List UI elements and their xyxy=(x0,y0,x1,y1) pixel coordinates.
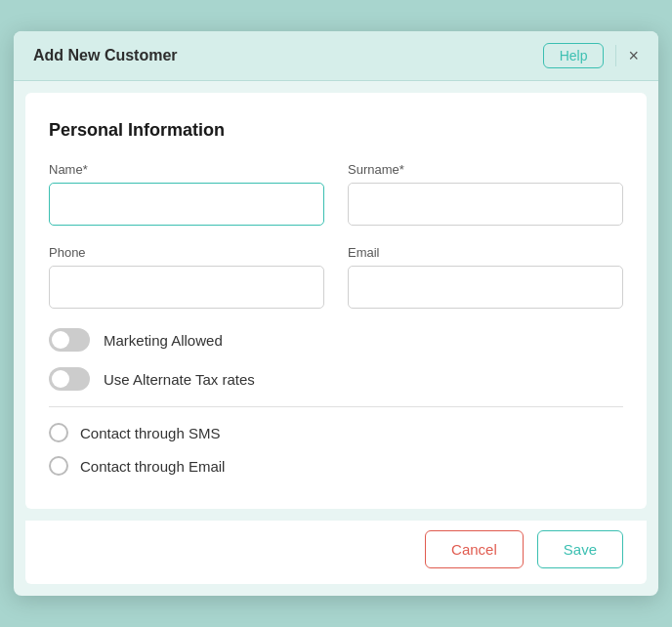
name-input[interactable] xyxy=(49,183,324,226)
tax-slider xyxy=(49,367,90,391)
phone-label: Phone xyxy=(49,245,324,260)
close-button[interactable]: × xyxy=(628,47,639,64)
modal-footer: Cancel Save xyxy=(25,521,647,584)
email-radio[interactable] xyxy=(49,456,68,476)
name-surname-row: Name* Surname* xyxy=(49,162,623,226)
email-label: Email xyxy=(348,245,623,260)
modal-body: Personal Information Name* Surname* Phon… xyxy=(25,93,647,509)
modal-title: Add New Customer xyxy=(33,47,178,64)
marketing-toggle-row: Marketing Allowed xyxy=(49,328,623,352)
cancel-button[interactable]: Cancel xyxy=(425,530,524,568)
sms-radio-row: Contact through SMS xyxy=(49,423,623,442)
marketing-slider xyxy=(49,328,90,352)
phone-group: Phone xyxy=(49,245,324,309)
name-label: Name* xyxy=(49,162,324,177)
tax-toggle[interactable] xyxy=(49,367,90,391)
email-contact-label: Contact through Email xyxy=(80,458,225,475)
phone-input[interactable] xyxy=(49,266,324,309)
save-button[interactable]: Save xyxy=(537,530,623,568)
surname-input[interactable] xyxy=(348,183,623,226)
marketing-toggle[interactable] xyxy=(49,328,90,352)
email-input[interactable] xyxy=(348,266,623,309)
sms-radio[interactable] xyxy=(49,423,68,442)
header-actions: Help × xyxy=(543,43,639,68)
separator xyxy=(49,406,623,407)
help-button[interactable]: Help xyxy=(543,43,605,68)
surname-label: Surname* xyxy=(348,162,623,177)
surname-group: Surname* xyxy=(348,162,623,226)
modal-header: Add New Customer Help × xyxy=(14,31,658,81)
name-group: Name* xyxy=(49,162,324,226)
sms-label: Contact through SMS xyxy=(80,425,220,441)
phone-email-row: Phone Email xyxy=(49,245,623,309)
header-divider xyxy=(615,45,616,66)
modal-container: Add New Customer Help × Personal Informa… xyxy=(14,31,658,596)
marketing-label: Marketing Allowed xyxy=(104,332,223,349)
tax-label: Use Alternate Tax rates xyxy=(104,371,255,388)
section-title: Personal Information xyxy=(49,120,623,141)
email-radio-row: Contact through Email xyxy=(49,456,623,476)
tax-toggle-row: Use Alternate Tax rates xyxy=(49,367,623,391)
email-group: Email xyxy=(348,245,623,309)
